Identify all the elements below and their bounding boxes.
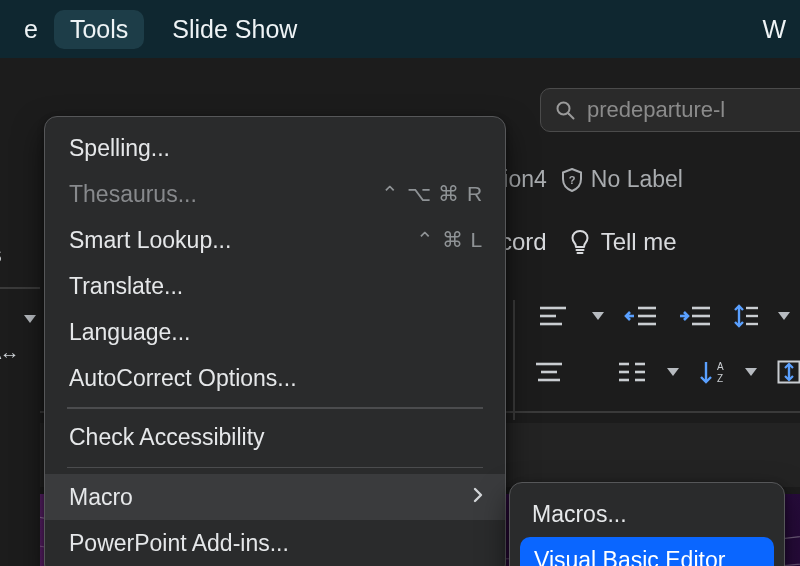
menu-item-thesaurus: Thesaurus...⌃ ⌥ ⌘ R [45, 171, 505, 217]
chevron-down-icon[interactable] [24, 315, 36, 323]
menu-item-spelling[interactable]: Spelling... [45, 125, 505, 171]
svg-text:Z: Z [717, 373, 723, 384]
lightbulb-icon [569, 229, 591, 255]
menu-item-label: Visual Basic Editor [534, 547, 762, 567]
left-panel-fragment: s A↔ [0, 112, 40, 566]
menu-item-check-accessibility[interactable]: Check Accessibility [45, 415, 505, 461]
svg-text:?: ? [568, 173, 575, 185]
decrease-indent-button[interactable] [624, 305, 658, 327]
search-icon [555, 100, 575, 120]
app-chrome: predeparture-l ntation4 ? No Label cord … [0, 58, 800, 566]
ribbon-tab-fragment[interactable]: s [0, 226, 40, 279]
increase-indent-button[interactable] [678, 305, 712, 327]
menu-item-label: Thesaurus... [69, 181, 381, 208]
line-spacing-button[interactable] [732, 303, 758, 329]
menubar: e Tools Slide Show W [0, 0, 800, 58]
record-button-fragment[interactable]: cord [500, 228, 547, 256]
menu-item-shortcut: ⌃ ⌘ L [416, 228, 483, 252]
menu-item-smart-lookup[interactable]: Smart Lookup...⌃ ⌘ L [45, 217, 505, 263]
tools-menu: Spelling...Thesaurus...⌃ ⌥ ⌘ RSmart Look… [44, 116, 506, 566]
chevron-down-icon[interactable] [667, 368, 679, 376]
menu-item-label: AutoCorrect Options... [69, 365, 483, 392]
no-label-button[interactable]: ? No Label [561, 166, 683, 193]
vertical-align-button[interactable] [777, 360, 800, 384]
menu-item-translate[interactable]: Translate... [45, 263, 505, 309]
no-label-text: No Label [591, 166, 683, 193]
menu-item-language[interactable]: Language... [45, 309, 505, 355]
menu-item-label: PowerPoint Add-ins... [69, 530, 483, 557]
menu-separator [67, 467, 483, 469]
title-area: ntation4 ? No Label [465, 166, 800, 193]
menubar-item-truncated-right[interactable]: W [746, 10, 792, 49]
menu-item-label: Smart Lookup... [69, 227, 416, 254]
menu-item-macros[interactable]: Macros... [510, 491, 784, 537]
action-area: cord Tell me [500, 228, 800, 256]
align-center-button[interactable] [533, 350, 565, 394]
tell-me-button[interactable]: Tell me [569, 228, 677, 256]
search-placeholder: predeparture-l [587, 97, 725, 123]
menu-separator [67, 407, 483, 409]
ribbon-group-divider [513, 300, 515, 420]
menu-item-label: Language... [69, 319, 483, 346]
search-input[interactable]: predeparture-l [540, 88, 800, 132]
menu-item-label: Macro [69, 484, 465, 511]
ribbon-divider [0, 287, 40, 289]
tell-me-label: Tell me [601, 228, 677, 256]
sort-button[interactable]: AZ [699, 360, 725, 384]
svg-line-2 [569, 114, 574, 119]
menu-item-shortcut: ⌃ ⌥ ⌘ R [381, 182, 483, 206]
menu-item-label: Check Accessibility [69, 424, 483, 451]
menubar-item-tools[interactable]: Tools [54, 10, 144, 49]
menu-item-macro[interactable]: Macro [45, 474, 505, 520]
align-left-button[interactable] [533, 294, 572, 338]
chevron-down-icon[interactable] [745, 368, 757, 376]
menu-item-powerpoint-add-ins[interactable]: PowerPoint Add-ins... [45, 520, 505, 566]
chevron-right-icon [473, 487, 483, 508]
menu-item-autocorrect-options[interactable]: AutoCorrect Options... [45, 355, 505, 401]
chevron-down-icon[interactable] [778, 312, 790, 320]
menu-item-label: Spelling... [69, 135, 483, 162]
shield-icon: ? [561, 168, 583, 192]
columns-button[interactable] [617, 361, 647, 383]
svg-point-1 [558, 103, 570, 115]
chevron-down-icon[interactable] [592, 312, 604, 320]
menu-item-visual-basic-editor[interactable]: Visual Basic Editor [520, 537, 774, 566]
menubar-item-truncated-left[interactable]: e [8, 10, 54, 49]
ribbon-area: AZ [505, 288, 790, 400]
svg-text:A: A [717, 361, 724, 372]
menu-item-label: Translate... [69, 273, 483, 300]
macro-submenu: Macros...Visual Basic Editor [509, 482, 785, 566]
menu-item-label: Macros... [532, 501, 768, 528]
menubar-item-slideshow[interactable]: Slide Show [156, 10, 313, 49]
character-spacing-fragment[interactable]: A↔ [0, 327, 40, 364]
